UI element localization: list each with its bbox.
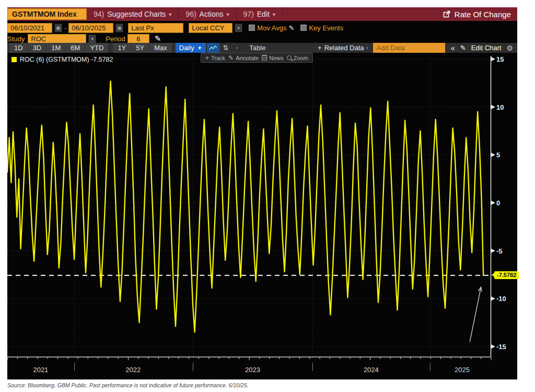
track-label: Track	[211, 55, 225, 61]
y-axis-tick-label: 15	[496, 55, 504, 63]
top-menu-bar: GSTMTMOM Index 94) Suggested Charts ▾ 96…	[7, 7, 517, 21]
price-field-input[interactable]: Last Px	[128, 23, 183, 33]
menu-label: Suggested Charts	[107, 10, 166, 18]
collapse-panel-icon[interactable]: «	[450, 43, 455, 52]
line-chart-icon[interactable]	[207, 43, 219, 53]
study-controls-bar: Study ROC ▾ Period 6 ✎	[7, 34, 517, 43]
pencil-icon: ✎	[460, 44, 466, 52]
calendar-icon[interactable]: ▦	[54, 24, 62, 32]
pencil-icon[interactable]: ✎	[155, 34, 161, 43]
x-axis: 20212022202320242025	[7, 356, 517, 379]
chart-legend[interactable]: ROC (6) (GSTMTMOM) -7.5782	[11, 56, 113, 63]
panel-title: Rate Of Change	[443, 10, 517, 19]
chevron-down-icon: ▾	[273, 11, 275, 17]
range-1y-button[interactable]: 1Y	[113, 43, 131, 53]
series-color-chip	[11, 57, 17, 62]
date-from-input[interactable]: 06/10/2021	[7, 23, 52, 33]
x-axis-year-label: 2025	[455, 366, 470, 374]
last-value-badge: -7.5782	[494, 271, 519, 279]
range-1d-button[interactable]: 1D	[9, 43, 28, 53]
mov-avgs-label: Mov Avgs	[257, 24, 286, 32]
table-button[interactable]: Table	[249, 44, 265, 52]
x-axis-year-label: 2024	[364, 366, 379, 374]
range-6m-button[interactable]: 6M	[66, 43, 85, 53]
date-controls-bar: 06/10/2021 ▦ - 06/10/2025 ▦ Last Px Loca…	[7, 21, 517, 34]
range-max-button[interactable]: Max	[149, 43, 172, 53]
y-axis-tick-label: -5	[496, 247, 503, 255]
y-axis-tick-label: 10	[496, 103, 504, 111]
sort-updown-icon[interactable]: ⇅	[219, 44, 232, 52]
chevron-down-icon: ▼	[197, 45, 202, 51]
pencil-icon: ✎	[228, 54, 234, 62]
x-axis-year-label: 2022	[125, 366, 141, 374]
edit-chart-button[interactable]: Edit Chart	[471, 44, 502, 52]
y-axis-tick-label: 0	[496, 199, 500, 207]
chevron-down-icon: ▾	[227, 11, 229, 17]
news-tool[interactable]: News	[262, 55, 284, 61]
menu-suggested-charts[interactable]: 94) Suggested Charts ▾	[87, 7, 179, 21]
annotate-tool[interactable]: ✎ Annotate	[228, 54, 259, 62]
ticker-input[interactable]: GSTMTMOM Index	[7, 8, 87, 20]
menu-actions[interactable]: 96) Actions ▾	[179, 7, 236, 21]
range-1m-button[interactable]: 1M	[46, 43, 65, 53]
export-icon[interactable]	[443, 10, 450, 18]
range-ytd-button[interactable]: YTD	[85, 43, 108, 53]
related-data-label: Related Data	[324, 44, 364, 52]
news-label: News	[269, 55, 284, 61]
range-3d-button[interactable]: 3D	[28, 43, 46, 53]
chart-area[interactable]: ROC (6) (GSTMTMOM) -7.5782 + Track ✎ Ann…	[7, 53, 517, 356]
menu-number: 96)	[185, 10, 196, 18]
source-note: Source: Bloomberg. GBM Public. Past perf…	[7, 382, 249, 388]
menu-label: Actions	[200, 10, 224, 18]
x-axis-year-label: 2023	[245, 366, 260, 374]
zoom-tool[interactable]: Zoom	[287, 55, 308, 61]
menu-number: 94)	[94, 10, 104, 18]
pencil-icon[interactable]: ✎	[288, 24, 294, 32]
add-data-input[interactable]: Add Data	[373, 43, 445, 53]
chart-tools-bar: + Track ✎ Annotate News Zoom	[201, 53, 313, 63]
currency-select[interactable]: Local CCY	[189, 23, 232, 33]
menu-number: 97)	[243, 10, 254, 18]
menu-label: Edit	[257, 10, 270, 18]
legend-text: ROC (6) (GSTMTMOM) -7.5782	[20, 56, 113, 63]
annotate-label: Annotate	[236, 55, 259, 61]
chevron-down-icon[interactable]: ▾	[88, 34, 96, 43]
chevron-down-icon[interactable]: ▾	[235, 24, 242, 32]
track-tool[interactable]: + Track	[205, 54, 225, 62]
range-5y-button[interactable]: 5Y	[131, 43, 149, 53]
key-events-label: Key Events	[309, 24, 343, 32]
chevron-down-icon: ▾	[169, 11, 171, 17]
study-select[interactable]: ROC	[28, 34, 86, 44]
menu-edit[interactable]: 97) Edit ▾	[237, 7, 283, 21]
magnifier-icon	[287, 55, 292, 60]
chevron-down-icon: ▪	[367, 45, 368, 50]
date-to-input[interactable]: 06/10/2025	[68, 23, 113, 33]
zoom-label: Zoom	[294, 55, 308, 61]
chart-toolbar: 1D 3D 1M 6M YTD 1Y 5Y Max Daily ▼ ⇅ ▪ Ta…	[7, 43, 517, 53]
frequency-select[interactable]: Daily ▼	[176, 43, 206, 53]
crosshair-icon: +	[205, 54, 209, 62]
x-axis-year-label: 2021	[33, 366, 48, 374]
date-range-separator: -	[64, 24, 66, 32]
period-label: Period	[106, 35, 125, 43]
plus-icon: +	[318, 44, 322, 52]
study-label: Study	[7, 35, 25, 43]
key-events-checkbox[interactable]	[300, 25, 307, 31]
y-axis-tick-label: -10	[496, 295, 506, 303]
related-data-button[interactable]: + Related Data ▪	[318, 44, 368, 52]
news-icon	[262, 55, 267, 61]
roc-line-chart	[7, 53, 517, 356]
panel-title-text: Rate Of Change	[455, 10, 511, 19]
y-axis-tick-label: -15	[496, 342, 506, 350]
bloomberg-terminal-window: GSTMTMOM Index 94) Suggested Charts ▾ 96…	[7, 7, 517, 379]
period-input[interactable]: 6	[127, 34, 149, 44]
more-options-icon[interactable]: ▪	[232, 45, 242, 50]
frequency-value: Daily	[179, 44, 194, 52]
mov-avgs-checkbox[interactable]	[249, 25, 255, 31]
y-axis-tick-label: 5	[496, 151, 500, 159]
calendar-icon[interactable]: ▦	[115, 24, 123, 32]
gear-icon[interactable]: ⚙	[506, 44, 513, 52]
